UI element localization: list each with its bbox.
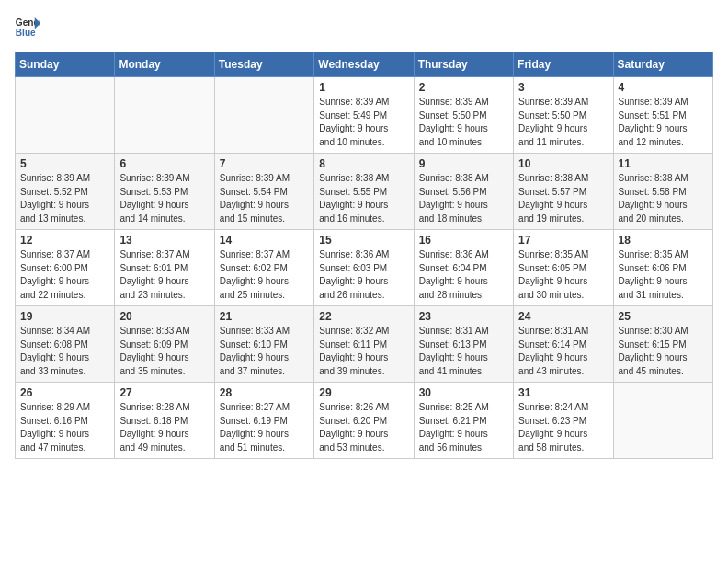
logo-icon: General Blue: [15, 15, 40, 40]
day-info: Sunrise: 8:37 AM Sunset: 6:01 PM Dayligh…: [119, 248, 209, 302]
calendar-cell: 5Sunrise: 8:39 AM Sunset: 5:52 PM Daylig…: [16, 154, 115, 230]
day-number: 25: [619, 310, 708, 323]
day-number: 2: [419, 81, 508, 94]
day-number: 31: [518, 386, 608, 399]
calendar-cell: 15Sunrise: 8:36 AM Sunset: 6:03 PM Dayli…: [314, 230, 414, 306]
svg-text:Blue: Blue: [16, 28, 36, 38]
calendar-body: 1Sunrise: 8:39 AM Sunset: 5:49 PM Daylig…: [16, 77, 713, 459]
day-info: Sunrise: 8:39 AM Sunset: 5:54 PM Dayligh…: [220, 172, 309, 225]
day-info: Sunrise: 8:27 AM Sunset: 6:19 PM Dayligh…: [220, 401, 309, 454]
calendar-cell: 28Sunrise: 8:27 AM Sunset: 6:19 PM Dayli…: [214, 383, 313, 459]
calendar-week-row: 5Sunrise: 8:39 AM Sunset: 5:52 PM Daylig…: [16, 154, 713, 230]
calendar-cell: 8Sunrise: 8:38 AM Sunset: 5:55 PM Daylig…: [314, 154, 414, 230]
calendar-cell: 30Sunrise: 8:25 AM Sunset: 6:21 PM Dayli…: [414, 383, 513, 459]
calendar-cell: 9Sunrise: 8:38 AM Sunset: 5:56 PM Daylig…: [414, 154, 513, 230]
day-info: Sunrise: 8:35 AM Sunset: 6:06 PM Dayligh…: [619, 248, 708, 302]
day-number: 3: [518, 81, 608, 94]
day-info: Sunrise: 8:37 AM Sunset: 6:02 PM Dayligh…: [220, 248, 309, 302]
day-info: Sunrise: 8:34 AM Sunset: 6:08 PM Dayligh…: [20, 325, 109, 378]
calendar-cell: 24Sunrise: 8:31 AM Sunset: 6:14 PM Dayli…: [514, 306, 613, 383]
day-info: Sunrise: 8:28 AM Sunset: 6:18 PM Dayligh…: [119, 401, 209, 454]
calendar-cell: 6Sunrise: 8:39 AM Sunset: 5:53 PM Daylig…: [115, 154, 214, 230]
day-number: 13: [119, 234, 209, 247]
day-number: 1: [319, 81, 408, 94]
calendar-week-row: 1Sunrise: 8:39 AM Sunset: 5:49 PM Daylig…: [16, 77, 713, 154]
day-info: Sunrise: 8:39 AM Sunset: 5:51 PM Dayligh…: [619, 96, 708, 149]
day-info: Sunrise: 8:36 AM Sunset: 6:04 PM Dayligh…: [419, 248, 508, 302]
calendar-cell: 7Sunrise: 8:39 AM Sunset: 5:54 PM Daylig…: [214, 154, 313, 230]
day-number: 9: [419, 157, 508, 170]
page-header: General Blue: [15, 15, 713, 40]
day-number: 7: [220, 157, 309, 170]
day-info: Sunrise: 8:39 AM Sunset: 5:53 PM Dayligh…: [119, 172, 209, 225]
day-number: 6: [119, 157, 209, 170]
day-info: Sunrise: 8:30 AM Sunset: 6:15 PM Dayligh…: [619, 325, 708, 378]
day-info: Sunrise: 8:39 AM Sunset: 5:52 PM Dayligh…: [20, 172, 109, 225]
calendar-cell: 18Sunrise: 8:35 AM Sunset: 6:06 PM Dayli…: [613, 230, 712, 306]
weekday-header: Saturday: [613, 52, 712, 77]
day-info: Sunrise: 8:37 AM Sunset: 6:00 PM Dayligh…: [20, 248, 109, 302]
day-info: Sunrise: 8:35 AM Sunset: 6:05 PM Dayligh…: [518, 248, 608, 302]
calendar-week-row: 26Sunrise: 8:29 AM Sunset: 6:16 PM Dayli…: [16, 383, 713, 459]
day-number: 21: [220, 310, 309, 323]
day-info: Sunrise: 8:29 AM Sunset: 6:16 PM Dayligh…: [20, 401, 109, 454]
day-number: 28: [220, 386, 309, 399]
day-number: 14: [220, 234, 309, 247]
calendar-cell: 11Sunrise: 8:38 AM Sunset: 5:58 PM Dayli…: [613, 154, 712, 230]
calendar-table: SundayMondayTuesdayWednesdayThursdayFrid…: [15, 52, 713, 459]
day-info: Sunrise: 8:31 AM Sunset: 6:13 PM Dayligh…: [419, 325, 508, 378]
weekday-header: Wednesday: [314, 52, 414, 77]
day-info: Sunrise: 8:33 AM Sunset: 6:10 PM Dayligh…: [220, 325, 309, 378]
calendar-cell: 22Sunrise: 8:32 AM Sunset: 6:11 PM Dayli…: [314, 306, 414, 383]
calendar-cell: 4Sunrise: 8:39 AM Sunset: 5:51 PM Daylig…: [613, 77, 712, 154]
calendar-cell: 27Sunrise: 8:28 AM Sunset: 6:18 PM Dayli…: [115, 383, 214, 459]
calendar-cell: 25Sunrise: 8:30 AM Sunset: 6:15 PM Dayli…: [613, 306, 712, 383]
day-info: Sunrise: 8:36 AM Sunset: 6:03 PM Dayligh…: [319, 248, 408, 302]
calendar-cell: [613, 383, 712, 459]
day-info: Sunrise: 8:33 AM Sunset: 6:09 PM Dayligh…: [119, 325, 209, 378]
day-info: Sunrise: 8:38 AM Sunset: 5:55 PM Dayligh…: [319, 172, 408, 225]
calendar-cell: [16, 77, 115, 154]
calendar-cell: 20Sunrise: 8:33 AM Sunset: 6:09 PM Dayli…: [115, 306, 214, 383]
calendar-cell: 16Sunrise: 8:36 AM Sunset: 6:04 PM Dayli…: [414, 230, 513, 306]
weekday-header: Friday: [514, 52, 613, 77]
calendar-cell: 29Sunrise: 8:26 AM Sunset: 6:20 PM Dayli…: [314, 383, 414, 459]
day-number: 17: [518, 234, 608, 247]
day-number: 4: [619, 81, 708, 94]
calendar-cell: 19Sunrise: 8:34 AM Sunset: 6:08 PM Dayli…: [16, 306, 115, 383]
day-info: Sunrise: 8:38 AM Sunset: 5:56 PM Dayligh…: [419, 172, 508, 225]
calendar-cell: 17Sunrise: 8:35 AM Sunset: 6:05 PM Dayli…: [514, 230, 613, 306]
day-info: Sunrise: 8:31 AM Sunset: 6:14 PM Dayligh…: [518, 325, 608, 378]
day-info: Sunrise: 8:24 AM Sunset: 6:23 PM Dayligh…: [518, 401, 608, 454]
day-number: 10: [518, 157, 608, 170]
day-info: Sunrise: 8:38 AM Sunset: 5:57 PM Dayligh…: [518, 172, 608, 225]
calendar-cell: [115, 77, 214, 154]
day-number: 26: [20, 386, 109, 399]
calendar-cell: 21Sunrise: 8:33 AM Sunset: 6:10 PM Dayli…: [214, 306, 313, 383]
day-number: 11: [619, 157, 708, 170]
calendar-header-row: SundayMondayTuesdayWednesdayThursdayFrid…: [16, 52, 713, 77]
day-info: Sunrise: 8:38 AM Sunset: 5:58 PM Dayligh…: [619, 172, 708, 225]
weekday-header: Sunday: [16, 52, 115, 77]
day-number: 8: [319, 157, 408, 170]
calendar-cell: 12Sunrise: 8:37 AM Sunset: 6:00 PM Dayli…: [16, 230, 115, 306]
calendar-week-row: 12Sunrise: 8:37 AM Sunset: 6:00 PM Dayli…: [16, 230, 713, 306]
day-info: Sunrise: 8:32 AM Sunset: 6:11 PM Dayligh…: [319, 325, 408, 378]
day-number: 5: [20, 157, 109, 170]
calendar-week-row: 19Sunrise: 8:34 AM Sunset: 6:08 PM Dayli…: [16, 306, 713, 383]
calendar-cell: 10Sunrise: 8:38 AM Sunset: 5:57 PM Dayli…: [514, 154, 613, 230]
calendar-cell: [214, 77, 313, 154]
day-number: 30: [419, 386, 508, 399]
calendar-cell: 23Sunrise: 8:31 AM Sunset: 6:13 PM Dayli…: [414, 306, 513, 383]
calendar-cell: 26Sunrise: 8:29 AM Sunset: 6:16 PM Dayli…: [16, 383, 115, 459]
day-number: 19: [20, 310, 109, 323]
day-number: 23: [419, 310, 508, 323]
day-number: 18: [619, 234, 708, 247]
weekday-header: Tuesday: [214, 52, 313, 77]
day-number: 16: [419, 234, 508, 247]
calendar-cell: 31Sunrise: 8:24 AM Sunset: 6:23 PM Dayli…: [514, 383, 613, 459]
day-info: Sunrise: 8:39 AM Sunset: 5:50 PM Dayligh…: [518, 96, 608, 149]
weekday-header: Monday: [115, 52, 214, 77]
day-info: Sunrise: 8:25 AM Sunset: 6:21 PM Dayligh…: [419, 401, 508, 454]
calendar-cell: 3Sunrise: 8:39 AM Sunset: 5:50 PM Daylig…: [514, 77, 613, 154]
